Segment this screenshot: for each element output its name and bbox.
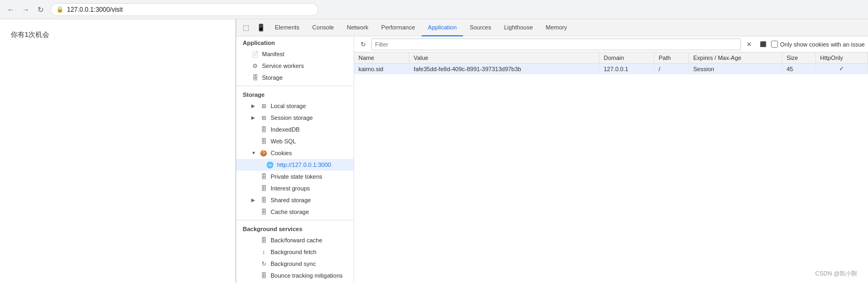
devtools-panel: ⬚ 📱 Elements Console Network Performance… [236,19,868,283]
tab-network[interactable]: Network [340,19,375,36]
sidebar-shared-storage-label: Shared storage [271,197,311,203]
cookie-size-cell: 45 [782,64,815,74]
sidebar-cookie-url-label: http://127.0.0.1:3000 [277,162,331,168]
col-header-path: Path [654,52,689,64]
devtools-main: ↻ ✕ ⬛ Only show cookies with an issue N [354,36,868,283]
cookie-table: Name Value Domain Path Expires / Max-Age… [354,52,868,283]
sidebar-divider-1 [236,86,354,86]
sidebar-item-websql[interactable]: ▶ 🗄 Web SQL [236,135,354,147]
cookie-clear-filter-button[interactable]: ✕ [743,39,755,50]
sidebar-ig-label: Interest groups [271,185,310,192]
page-content: 你有1次机会 ⬚ 📱 Elements Console Network Perf… [0,19,868,283]
sidebar-item-cookies[interactable]: ▼ 🍪 Cookies [236,147,354,159]
sidebar-item-cache-storage[interactable]: ▶ 🗄 Cache storage [236,206,354,218]
sidebar-item-private-state-tokens[interactable]: ▶ 🗄 Private state tokens [236,171,354,182]
devtools-inspect-icon[interactable]: ⬚ [238,20,253,35]
cookie-issue-label: Only show cookies with an issue [780,41,865,48]
tab-performance[interactable]: Performance [375,19,422,36]
cookie-name-cell: kaimo.sid [354,64,409,74]
refresh-button[interactable]: ↻ [35,4,46,15]
sidebar-item-indexeddb[interactable]: ▶ 🗄 IndexedDB [236,124,354,135]
session-storage-icon: ⊞ [260,114,267,121]
tab-application[interactable]: Application [422,19,463,36]
cookie-url-icon: 🌐 [266,162,274,169]
sidebar-item-manifest[interactable]: 📄 Manifest [236,48,354,60]
indexeddb-icon: 🗄 [260,126,267,133]
cookie-issue-filter[interactable]: Only show cookies with an issue [771,41,865,48]
col-header-httponly: HttpOnly [815,52,867,64]
sidebar-item-bounce-tracking[interactable]: ▶ 🗄 Bounce tracking mitigations [236,270,354,281]
cookies-icon: 🍪 [260,150,267,157]
sidebar-item-local-storage[interactable]: ▶ ⊞ Local storage [236,100,354,112]
sidebar-item-service-workers[interactable]: ⚙ Service workers [236,60,354,72]
sidebar-item-session-storage[interactable]: ▶ ⊞ Session storage [236,112,354,124]
shared-storage-icon: 🗄 [260,197,267,203]
sidebar-section-bg-services: Background services [236,223,354,234]
sidebar-section-application: Application [236,36,354,48]
tab-memory[interactable]: Memory [540,19,574,36]
sidebar-indexeddb-label: IndexedDB [271,126,300,133]
col-header-size: Size [782,52,815,64]
manifest-icon: 📄 [251,51,259,58]
sidebar-websql-label: Web SQL [271,138,296,144]
cookie-issue-checkbox[interactable] [771,41,778,48]
sidebar-bg-fetch-label: Background fetch [271,249,317,255]
session-storage-arrow: ▶ [251,115,257,120]
cookie-httponly-cell: ✓ [815,64,867,74]
sidebar-storage-app-label: Storage [262,74,283,81]
cookie-filter-icon-button[interactable]: ⬛ [757,39,769,50]
sidebar-service-workers-label: Service workers [262,63,304,69]
webpage-content: 你有1次机会 [0,19,236,283]
tab-lighthouse[interactable]: Lighthouse [498,19,540,36]
cookie-filter-input[interactable] [371,39,741,50]
devtools-toolbar: ⬚ 📱 Elements Console Network Performance… [236,19,868,36]
sidebar-cookies-label: Cookies [271,150,292,156]
sidebar-item-bg-sync[interactable]: ▶ ↻ Background sync [236,258,354,270]
browser-chrome: ← → ↻ 🔒 127.0.0.1:3000/visit [0,0,868,19]
cookie-value-cell: fafe35dd-fe8d-409c-8991-397313d97b3b [409,64,600,74]
sidebar-section-storage: Storage [236,88,354,100]
cookie-refresh-button[interactable]: ↻ [357,39,369,50]
lock-icon: 🔒 [56,6,64,13]
sidebar-item-interest-groups[interactable]: ▶ 🗄 Interest groups [236,182,354,194]
col-header-name: Name [354,52,409,64]
websql-icon: 🗄 [260,138,267,144]
forward-button[interactable]: → [20,4,31,15]
bounce-tracking-icon: 🗄 [260,272,267,279]
service-workers-icon: ⚙ [251,63,259,70]
cookie-domain-cell: 127.0.0.1 [599,64,654,74]
local-storage-icon: ⊞ [260,103,267,110]
sidebar-item-storage-app[interactable]: 🗄 Storage [236,72,354,83]
sidebar-pst-label: Private state tokens [271,173,323,180]
bfcache-icon: 🗄 [260,237,267,243]
col-header-expires: Expires / Max-Age [689,52,782,64]
sidebar-bg-sync-label: Background sync [271,261,316,267]
table-row[interactable]: kaimo.sid fafe35dd-fe8d-409c-8991-397313… [354,64,868,74]
cookie-expires-cell: Session [689,64,782,74]
sidebar-item-back-forward-cache[interactable]: ▶ 🗄 Back/forward cache [236,234,354,246]
col-header-domain: Domain [599,52,654,64]
sidebar-local-storage-label: Local storage [271,103,306,109]
sidebar-divider-2 [236,220,354,220]
sidebar-item-bg-fetch[interactable]: ▶ ↕ Background fetch [236,246,354,258]
ig-icon: 🗄 [260,185,267,192]
devtools-body: Application 📄 Manifest ⚙ Service workers… [236,36,868,283]
sidebar-session-storage-label: Session storage [271,114,313,121]
sidebar-manifest-label: Manifest [262,51,285,57]
sidebar-item-shared-storage[interactable]: ▶ 🗄 Shared storage [236,194,354,206]
address-bar: 🔒 127.0.0.1:3000/visit [50,3,318,16]
sidebar-bfcache-label: Back/forward cache [271,237,323,243]
storage-app-icon: 🗄 [251,74,259,81]
cookies-table-element: Name Value Domain Path Expires / Max-Age… [354,52,868,74]
sidebar-item-cookie-url[interactable]: ▶ 🌐 http://127.0.0.1:3000 [236,159,354,171]
back-button[interactable]: ← [5,4,16,15]
tab-sources[interactable]: Sources [463,19,497,36]
tab-console[interactable]: Console [306,19,340,36]
watermark: CSDN @凯小獸 [815,270,857,278]
bg-sync-icon: ↻ [260,261,267,267]
shared-storage-arrow: ▶ [251,197,257,203]
devtools-device-icon[interactable]: 📱 [253,20,268,35]
tab-elements[interactable]: Elements [268,19,306,36]
page-text: 你有1次机会 [11,30,49,39]
col-header-value: Value [409,52,600,64]
